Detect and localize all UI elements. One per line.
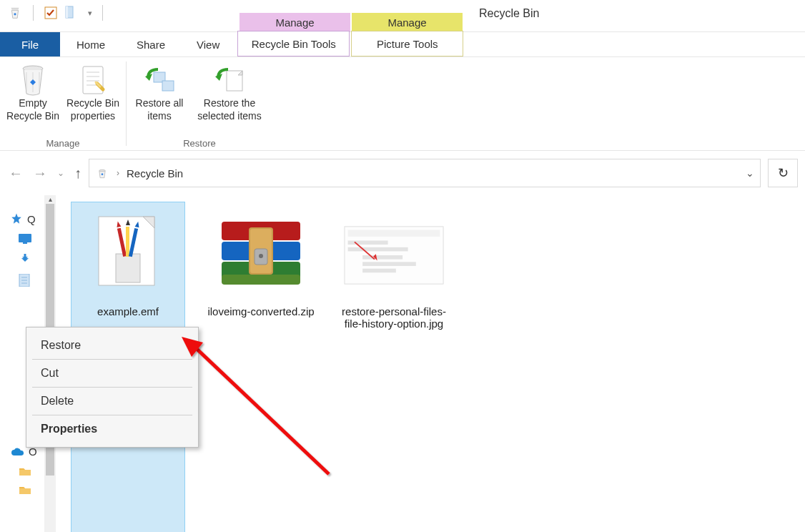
contextual-tab-manage-pink[interactable]: Manage [239,13,350,31]
group-label: Restore [183,138,216,149]
cloud-icon [10,447,24,457]
context-menu-restore[interactable]: Restore [26,332,198,359]
label: Restore all items [129,97,189,122]
download-arrow-icon [19,252,31,265]
tab-picture-tools[interactable]: Picture Tools [351,31,463,56]
folder-icon [19,485,31,495]
svg-rect-22 [126,227,129,257]
svg-rect-37 [362,255,402,260]
forward-button[interactable]: → [33,165,47,182]
file-name: example.emf [97,305,159,317]
svg-point-12 [99,169,105,172]
ribbon-group-manage: Empty Recycle Bin Recycle Bin properties… [0,57,126,150]
desktop-icon [19,234,31,244]
svg-rect-20 [116,254,140,282]
address-dropdown-icon[interactable]: ⌄ [746,167,754,179]
trash-icon [18,63,48,97]
label: Restore the selected items [189,97,270,122]
title-bar: ▾ Manage Manage Recycle Bin [0,0,805,32]
svg-rect-13 [19,234,31,242]
svg-rect-10 [162,81,174,91]
separator [33,5,34,21]
recycle-bin-icon [7,5,23,21]
tab-recycle-bin-tools[interactable]: Recycle Bin Tools [237,31,350,56]
svg-rect-4 [83,66,103,94]
file-thumbnail [211,205,311,305]
address-location: Recycle Bin [127,167,183,179]
svg-rect-14 [23,242,27,244]
restore-all-items-button[interactable]: Restore all items [129,61,189,122]
svg-rect-35 [348,240,388,245]
file-tab[interactable]: File [0,32,60,56]
svg-rect-28 [222,275,300,285]
navigation-bar: ← → ⌄ ↑ › Recycle Bin ⌄ ↻ [0,151,805,195]
separator [102,5,103,21]
file-name: restore-personal-files-file-history-opti… [340,305,448,330]
star-icon [10,212,23,225]
svg-rect-34 [348,230,440,237]
window-title: Recycle Bin [463,7,553,24]
folder-icon [19,466,31,476]
file-item-zip[interactable]: iloveimg-converted.zip [204,202,317,532]
scroll-up-icon[interactable]: ▴ [44,195,56,203]
quick-access-toolbar: ▾ [0,0,110,31]
up-button[interactable]: ↑ [74,165,82,182]
contextual-tab-group: Manage Manage [239,13,463,31]
context-menu: Restore Cut Delete Properties [26,327,199,448]
refresh-button[interactable]: ↻ [768,159,798,187]
empty-recycle-bin-button[interactable]: Empty Recycle Bin [3,61,63,122]
ribbon-group-restore: Restore all items Restore the selected i… [127,57,272,150]
ribbon: Empty Recycle Bin Recycle Bin properties… [0,57,805,151]
qat-dropdown-icon[interactable]: ▾ [88,9,92,18]
group-label: Manage [46,138,80,149]
back-button[interactable]: ← [9,165,23,182]
restore-selected-icon [212,63,247,97]
document-icon [19,274,30,287]
file-thumbnail [78,205,178,305]
svg-rect-39 [362,269,396,273]
label: Q [27,213,36,225]
file-name: iloveimg-converted.zip [207,305,314,317]
ribbon-tabs: File Home Share View Recycle Bin Tools P… [0,32,805,57]
panel-icon[interactable] [65,6,81,20]
properties-icon [79,63,107,97]
file-item-image[interactable]: restore-personal-files-file-history-opti… [337,202,450,532]
svg-rect-2 [66,6,68,18]
svg-point-32 [259,254,263,258]
chevron-right-icon[interactable]: › [117,168,119,178]
tab-share[interactable]: Share [122,31,180,56]
tab-view[interactable]: View [182,31,234,56]
address-bar[interactable]: › Recycle Bin ⌄ [89,159,761,187]
file-thumbnail [344,205,444,305]
contextual-tab-manage-yellow[interactable]: Manage [352,13,463,31]
label: Empty Recycle Bin [3,97,63,122]
context-menu-delete[interactable]: Delete [26,388,198,415]
checkbox-icon[interactable] [44,6,58,20]
context-menu-cut[interactable]: Cut [26,360,198,387]
recycle-bin-properties-button[interactable]: Recycle Bin properties [63,61,123,122]
restore-selected-items-button[interactable]: Restore the selected items [189,61,270,122]
context-menu-properties[interactable]: Properties [26,415,198,443]
svg-rect-36 [348,247,408,252]
recycle-bin-icon [95,166,109,180]
nav-arrows: ← → ⌄ ↑ [9,165,82,182]
svg-rect-38 [362,262,416,266]
recent-dropdown-icon[interactable]: ⌄ [57,168,64,178]
restore-all-icon [142,63,177,97]
label: Recycle Bin properties [63,97,123,122]
tab-home[interactable]: Home [61,31,120,56]
